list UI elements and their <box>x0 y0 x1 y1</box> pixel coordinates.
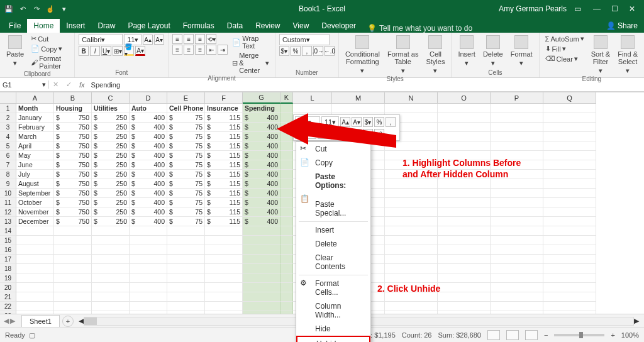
conditional-formatting-button[interactable]: Conditional Formatting▾ <box>343 34 382 75</box>
cell[interactable] <box>54 283 92 292</box>
mini-increase-font-icon[interactable]: A▴ <box>340 117 350 127</box>
cell[interactable]: June <box>16 160 54 170</box>
mini-dec-decimal-icon[interactable]: ←.0 <box>363 129 373 139</box>
cell[interactable] <box>491 217 543 226</box>
cell[interactable]: $75 <box>167 207 205 217</box>
cell[interactable]: $750 <box>54 207 92 217</box>
row-header[interactable]: 4 <box>0 132 16 141</box>
cell[interactable]: $75 <box>167 141 205 151</box>
cell[interactable] <box>92 264 130 273</box>
cell[interactable] <box>385 255 438 264</box>
cell[interactable] <box>205 236 243 245</box>
cell[interactable] <box>385 311 438 314</box>
cell[interactable]: $750 <box>54 141 92 151</box>
cell[interactable] <box>243 245 280 255</box>
cell[interactable] <box>54 273 92 283</box>
cell[interactable] <box>332 104 385 113</box>
tab-view[interactable]: View <box>287 19 316 33</box>
row-header[interactable]: 3 <box>0 123 16 132</box>
percent-icon[interactable]: % <box>291 46 301 56</box>
tab-developer[interactable]: Developer <box>315 19 362 33</box>
cell[interactable]: Cell Phone <box>167 104 205 113</box>
cell-styles-button[interactable]: Cell Styles▾ <box>423 34 447 75</box>
cell[interactable]: $400 <box>130 132 167 141</box>
cell[interactable]: October <box>16 198 54 207</box>
cell[interactable] <box>243 255 280 264</box>
cell[interactable] <box>280 311 293 314</box>
cell[interactable] <box>491 198 543 207</box>
column-header-N[interactable]: N <box>385 92 438 104</box>
align-top-icon[interactable]: ≡ <box>172 34 182 44</box>
find-select-button[interactable]: Find & Select▾ <box>615 34 640 75</box>
cell[interactable] <box>543 179 596 189</box>
cell[interactable]: $400 <box>130 179 167 189</box>
cell[interactable]: $250 <box>92 141 130 151</box>
cell[interactable]: $115 <box>205 113 243 123</box>
cell[interactable] <box>491 141 543 151</box>
maximize-button[interactable]: ☐ <box>606 3 623 15</box>
cell[interactable]: Utilities <box>92 104 130 113</box>
cell[interactable] <box>491 226 543 236</box>
column-header-Q[interactable]: Q <box>543 92 596 104</box>
column-header-B[interactable]: B <box>54 92 92 104</box>
user-name[interactable]: Amy German Pearls <box>499 4 567 13</box>
cell[interactable] <box>491 132 543 141</box>
cell[interactable] <box>167 283 205 292</box>
cell[interactable]: $75 <box>167 217 205 226</box>
cell[interactable] <box>92 311 130 314</box>
decrease-indent-icon[interactable]: ⇤ <box>206 45 216 55</box>
cell[interactable] <box>54 264 92 273</box>
cell[interactable] <box>92 236 130 245</box>
mini-currency-icon[interactable]: $▾ <box>363 117 373 127</box>
context-menu-item[interactable]: 📄Copy <box>296 156 370 170</box>
cell[interactable] <box>167 255 205 264</box>
cancel-icon[interactable]: ✕ <box>49 80 62 89</box>
cell[interactable]: April <box>16 141 54 151</box>
cell[interactable]: $400 <box>243 179 280 189</box>
cell[interactable] <box>92 245 130 255</box>
cell[interactable]: $750 <box>54 113 92 123</box>
cell[interactable] <box>543 113 596 123</box>
cell[interactable] <box>280 302 293 311</box>
cell[interactable] <box>438 283 491 292</box>
row-header[interactable]: 15 <box>0 236 16 245</box>
cell[interactable] <box>130 273 167 283</box>
cell[interactable]: $400 <box>130 198 167 207</box>
cell[interactable] <box>205 292 243 302</box>
normal-view-icon[interactable] <box>487 330 500 340</box>
zoom-in-button[interactable]: + <box>611 331 614 339</box>
context-menu-item[interactable]: Paste Special... <box>296 197 370 220</box>
cell[interactable]: January <box>16 113 54 123</box>
merge-center-button[interactable]: ⊟ Merge & Center ▾ <box>230 51 271 75</box>
fx-icon[interactable]: fx <box>75 81 89 89</box>
cell[interactable]: $400 <box>130 217 167 226</box>
cell[interactable]: August <box>16 179 54 189</box>
cell[interactable] <box>167 292 205 302</box>
cell[interactable] <box>205 255 243 264</box>
cell[interactable] <box>280 245 293 255</box>
cell[interactable] <box>543 198 596 207</box>
cell[interactable]: $75 <box>167 189 205 198</box>
mini-border-icon[interactable]: ⊞▾ <box>318 129 328 139</box>
select-all-corner[interactable] <box>0 92 16 104</box>
cell[interactable] <box>543 160 596 170</box>
cell[interactable]: July <box>16 170 54 179</box>
sheet-nav-prev-icon[interactable]: ◀ <box>4 317 9 325</box>
increase-decimal-icon[interactable]: .0→ <box>313 46 323 56</box>
cell[interactable]: $115 <box>205 179 243 189</box>
cell[interactable]: $750 <box>54 198 92 207</box>
row-header[interactable]: 11 <box>0 198 16 207</box>
cell[interactable] <box>92 302 130 311</box>
cell[interactable] <box>280 170 293 179</box>
cell[interactable] <box>491 273 543 283</box>
cell[interactable] <box>491 245 543 255</box>
cell[interactable] <box>491 179 543 189</box>
cell[interactable] <box>280 198 293 207</box>
cell[interactable] <box>438 207 491 217</box>
cell[interactable] <box>280 141 293 151</box>
cell[interactable] <box>92 283 130 292</box>
mini-font-name[interactable]: ibri▾ <box>295 116 320 128</box>
context-menu-item[interactable]: 📋 <box>296 192 370 197</box>
column-header-K[interactable]: K <box>280 92 293 104</box>
cell[interactable] <box>491 113 543 123</box>
